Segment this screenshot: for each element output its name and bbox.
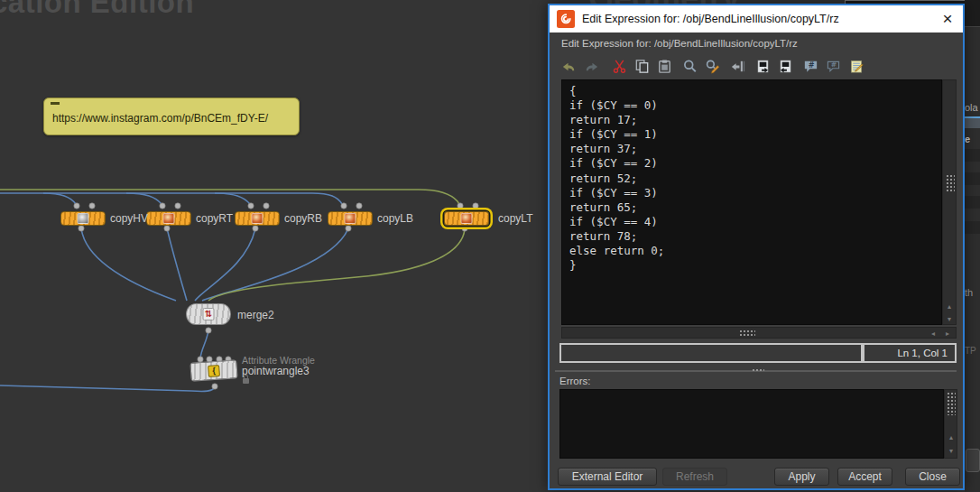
- uncomment-icon[interactable]: #: [825, 58, 842, 75]
- expression-code-editor[interactable]: { if ($CY == 0) return 17; if ($CY == 1)…: [561, 79, 942, 325]
- copy-sop-icon: [78, 213, 89, 224]
- scroll-up-icon[interactable]: [945, 432, 957, 443]
- scroll-down-icon[interactable]: [945, 445, 957, 457]
- wire-merge-wrangle: [200, 330, 208, 358]
- connector-dot[interactable]: [341, 203, 347, 209]
- wire-branch-copyrb: [215, 193, 251, 206]
- parameter-pane-fragment: ola e th TP: [965, 0, 980, 492]
- wire-copyrt-merge: [167, 228, 187, 301]
- connector-dot[interactable]: [248, 203, 254, 209]
- apply-button[interactable]: Apply: [774, 468, 829, 486]
- sticky-note[interactable]: https://www.instagram.com/p/BnCEm_fDY-E/: [43, 97, 300, 135]
- cursor-position: Ln 1, Col 1: [863, 343, 957, 363]
- connector-dot[interactable]: [462, 226, 467, 231]
- copy-icon[interactable]: [633, 58, 651, 75]
- connector-dot[interactable]: [74, 203, 79, 209]
- editor-horizontal-scrollbar[interactable]: [561, 327, 957, 339]
- pane-text-fragment: th: [965, 287, 973, 298]
- node-copylt-selected[interactable]: [444, 211, 489, 226]
- connector-dot[interactable]: [356, 203, 362, 209]
- close-icon[interactable]: ×: [936, 7, 959, 31]
- node-copyrb[interactable]: [235, 211, 280, 226]
- cut-icon[interactable]: [611, 58, 628, 75]
- pane-row-fragment: [965, 172, 980, 185]
- connector-dot[interactable]: [164, 226, 170, 231]
- note-collapse-icon[interactable]: [51, 102, 60, 105]
- connector-dot[interactable]: [160, 203, 165, 209]
- connector-dot[interactable]: [89, 203, 95, 209]
- search-replace-icon[interactable]: [704, 58, 721, 75]
- svg-text:#: #: [809, 60, 815, 69]
- connector-dot[interactable]: [263, 203, 269, 209]
- merge-sop-icon: ⇅: [203, 308, 215, 320]
- accept-button[interactable]: Accept: [837, 468, 892, 486]
- paste-icon[interactable]: [656, 58, 673, 75]
- connector-dot[interactable]: [473, 203, 478, 209]
- copy-sop-icon: [252, 213, 263, 224]
- pane-text-fragment: e: [965, 134, 970, 144]
- pane-splitter[interactable]: [555, 370, 957, 372]
- shift-right-icon[interactable]: [754, 58, 772, 75]
- scroll-left-icon[interactable]: [927, 328, 939, 339]
- note-text: https://www.instagram.com/p/BnCEm_fDY-E/: [52, 112, 268, 125]
- node-label: copyRT: [196, 212, 233, 225]
- errors-box: [559, 389, 944, 459]
- node-copyrt[interactable]: [146, 211, 191, 226]
- dialog-titlebar[interactable]: Edit Expression for: /obj/BendLineIllusi…: [550, 5, 963, 32]
- wire-wrangle-out: [0, 385, 215, 391]
- splitter-grip[interactable]: [752, 368, 764, 373]
- wire-branch-copyhv: [43, 193, 77, 206]
- houdini-logo-icon: [557, 10, 575, 28]
- toolbar: ##: [560, 56, 871, 76]
- node-merge2[interactable]: ⇅: [186, 303, 231, 325]
- connector-dot[interactable]: [79, 226, 84, 231]
- copy-sop-icon: [163, 213, 175, 224]
- redo-icon: [583, 58, 600, 75]
- shift-left-icon[interactable]: [777, 58, 794, 75]
- indent-icon[interactable]: [729, 58, 746, 75]
- undo-icon: [560, 58, 578, 75]
- connector-dot[interactable]: [253, 226, 258, 231]
- connector-dot[interactable]: [206, 328, 211, 333]
- close-button[interactable]: Close: [905, 468, 960, 486]
- scroll-up-icon[interactable]: [943, 301, 956, 312]
- pane-row-fragment: [965, 196, 980, 209]
- edit-note-icon[interactable]: [848, 58, 865, 75]
- connector-dot[interactable]: [175, 203, 180, 209]
- wire-copylt-merge: [208, 228, 465, 301]
- search-icon[interactable]: [681, 58, 698, 75]
- node-label: pointwrangle3: [242, 365, 310, 377]
- node-label: copyLB: [377, 212, 413, 225]
- pane-text-fragment: ola: [965, 102, 978, 113]
- lock-icon: [243, 378, 249, 384]
- edit-expression-dialog: Edit Expression for: /obj/BendLineIllusi…: [548, 4, 965, 490]
- scroll-right-icon[interactable]: [941, 328, 954, 339]
- copy-sop-icon: [345, 213, 356, 224]
- pane-row-fragment: [965, 149, 980, 162]
- status-row: Ln 1, Col 1: [559, 343, 957, 363]
- wire-branch-copyrt: [126, 193, 162, 206]
- status-message-box: [559, 343, 863, 363]
- scrollbar-grip[interactable]: [946, 174, 955, 192]
- scroll-down-icon[interactable]: [943, 313, 956, 325]
- parameter-field-fragment: [965, 116, 980, 128]
- comment-icon[interactable]: #: [802, 58, 819, 75]
- connector-dot[interactable]: [212, 384, 217, 389]
- houdini-window: cation Edition Geometry: [0, 0, 980, 492]
- wire-copyhv-merge: [81, 228, 176, 301]
- connector-dot[interactable]: [458, 203, 463, 209]
- node-label: copyRB: [284, 212, 322, 225]
- connector-dot[interactable]: [346, 226, 351, 231]
- node-label: copyHV: [110, 212, 148, 225]
- errors-scrollbar[interactable]: [944, 389, 957, 459]
- scrollbar-grip[interactable]: [947, 392, 956, 415]
- wrangle-sop-icon: {: [208, 365, 220, 377]
- network-wires: [0, 0, 549, 492]
- editor-vertical-scrollbar[interactable]: [942, 79, 957, 325]
- node-copyhv[interactable]: [60, 211, 106, 226]
- node-label: merge2: [237, 309, 274, 321]
- scrollbar-grip[interactable]: [739, 330, 755, 337]
- node-copylb[interactable]: [328, 211, 373, 226]
- external-editor-button[interactable]: External Editor: [558, 468, 657, 486]
- node-pointwrangle3[interactable]: {: [190, 359, 237, 382]
